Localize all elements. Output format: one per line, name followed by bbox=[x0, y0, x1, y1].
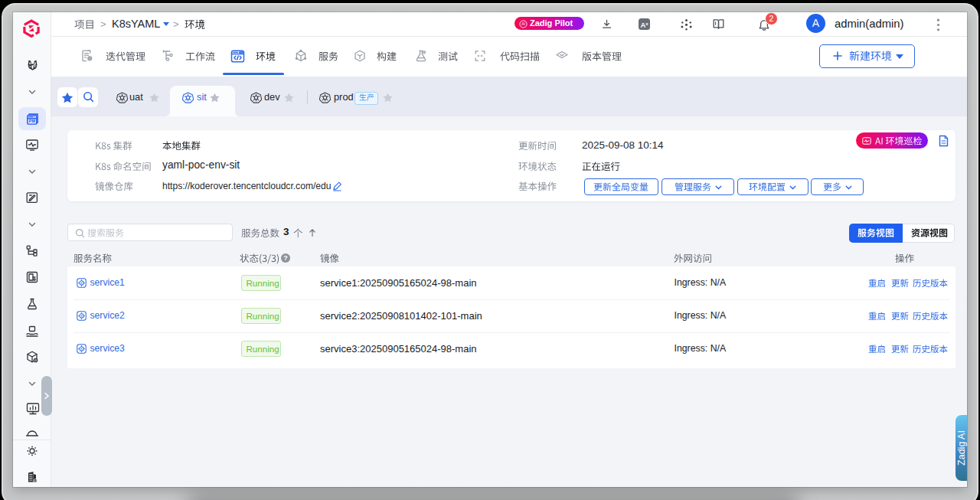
svg-text:PM: PM bbox=[28, 119, 35, 123]
svg-text:AI: AI bbox=[521, 21, 525, 26]
